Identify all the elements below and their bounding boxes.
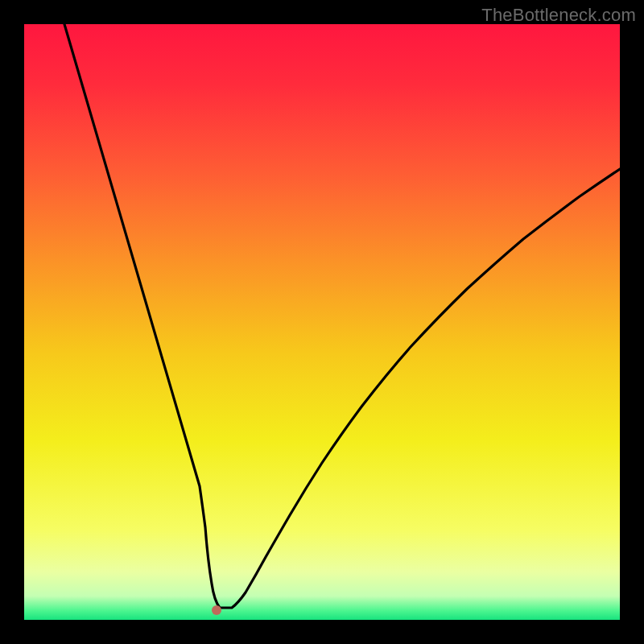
chart-frame xyxy=(24,24,620,620)
bottleneck-curve xyxy=(24,24,620,620)
curve-path xyxy=(64,24,620,608)
curve-min-marker xyxy=(212,605,221,615)
watermark-text: TheBottleneck.com xyxy=(481,5,636,26)
